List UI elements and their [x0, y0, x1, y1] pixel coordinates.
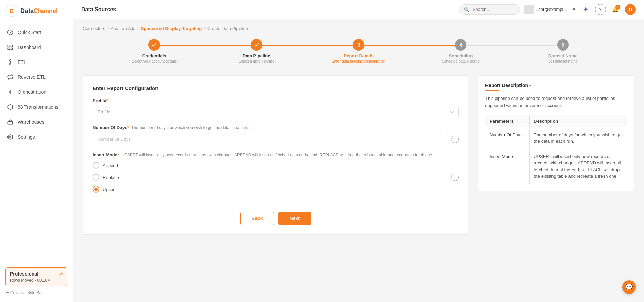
logo-text: DataChannel	[20, 7, 58, 15]
collapse-arrow-icon: ⊢	[5, 290, 9, 295]
form-section-title: Enter Report Configuration	[93, 85, 459, 91]
table-row: Insert Mode UPSERT will insert only new …	[485, 149, 627, 184]
radio-append-label: Append	[103, 163, 118, 168]
search-input[interactable]	[473, 7, 515, 12]
next-button[interactable]: Next	[278, 212, 311, 225]
radio-replace[interactable]: Replace	[93, 174, 119, 181]
sidebar-item-label: 88 Transformations	[18, 104, 59, 110]
plan-name-text: Professional	[10, 271, 38, 277]
step-label-5: Dataset Name	[548, 53, 578, 58]
insert-mode-label: Insert Mode*- UPSERT will insert only ne…	[93, 152, 459, 157]
breadcrumb-amazon-ads[interactable]: Amazon Ads	[111, 26, 135, 31]
sidebar: D DataChannel Quick Start Dashboard ETL	[0, 0, 73, 302]
sidebar-item-label: Dashboard	[18, 45, 41, 50]
chevron-down-icon: ▼	[572, 7, 576, 12]
number-of-days-label: Number Of Days*- The number of days for …	[93, 125, 459, 130]
svg-point-7	[10, 63, 11, 65]
replace-info-icon[interactable]: i	[451, 174, 459, 181]
breadcrumb-sponsored-display: Sponsored Display Targeting	[141, 26, 202, 31]
user-name: user@example.com	[536, 7, 570, 12]
user-info[interactable]: user@example.com ▼	[524, 5, 576, 14]
sparkle-button[interactable]: ✦	[580, 4, 591, 15]
svg-rect-2	[8, 45, 10, 47]
profile-select[interactable]: Profile	[93, 106, 459, 118]
number-of-days-info-icon[interactable]: i	[451, 136, 459, 143]
breadcrumb-sep-1: /	[107, 26, 109, 31]
sidebar-item-label: Reverse ETL	[18, 74, 46, 80]
sidebar-item-label: Settings	[18, 134, 35, 140]
radio-replace-label: Replace	[103, 175, 119, 180]
avatar[interactable]: D	[625, 4, 636, 15]
svg-rect-4	[8, 48, 10, 50]
table-cell-description: The number of days for which you wish to…	[530, 127, 627, 149]
sidebar-item-transformations[interactable]: 88 Transformations	[0, 100, 73, 114]
chat-icon: 💬	[625, 283, 633, 291]
step-5: 5 Dataset Name Set dataset name	[512, 39, 614, 63]
svg-rect-3	[11, 45, 13, 47]
radio-upsert[interactable]: Upsert	[93, 186, 459, 193]
report-desc-text: This pipeline can be used to request and…	[485, 95, 627, 109]
table-cell-param: Number Of Days	[485, 127, 530, 149]
radio-append-button[interactable]	[93, 162, 99, 169]
user-avatar-placeholder	[524, 5, 534, 14]
svg-rect-16	[8, 122, 13, 124]
report-desc-title: Report Description -	[485, 83, 627, 88]
step-sublabel-4: Schedule data pipeline	[442, 59, 480, 63]
breadcrumb-create-pipeline: Create Data Pipeline	[207, 26, 248, 31]
radio-upsert-label: Upsert	[103, 187, 116, 192]
search-icon: 🔍	[464, 7, 470, 12]
stepper: Credentials Select your account details …	[83, 39, 634, 63]
rocket-icon	[7, 29, 14, 36]
notification-button[interactable]: 🔔 3	[610, 4, 621, 15]
breadcrumb-sep-3: /	[204, 26, 205, 31]
number-of-days-input[interactable]	[93, 133, 448, 145]
insert-mode-replace-row: Replace i	[93, 174, 459, 181]
sidebar-item-reverse-etl[interactable]: Reverse ETL	[0, 70, 73, 85]
sidebar-item-label: Warehouses	[18, 119, 44, 125]
logo-icon: D	[5, 5, 18, 17]
form-wrapper: Enter Report Configuration Profile* Prof…	[83, 75, 634, 235]
plan-external-icon: ↗	[59, 271, 63, 277]
main-content: Data Sources 🔍 user@example.com ▼ ✦ ? 🔔 …	[73, 0, 644, 302]
help-button[interactable]: ?	[595, 4, 606, 15]
sidebar-item-quick-start[interactable]: Quick Start	[0, 25, 73, 40]
form-divider	[93, 201, 459, 201]
page-title: Data Sources	[81, 6, 116, 13]
svg-point-17	[10, 136, 11, 138]
step-circle-5: 5	[557, 39, 569, 51]
step-label-4: Scheduling	[449, 53, 473, 58]
step-3: 3 Report Details Enter data pipeline con…	[308, 39, 410, 63]
back-button[interactable]: Back	[240, 212, 274, 225]
logo: D DataChannel	[0, 0, 73, 22]
radio-append[interactable]: Append	[93, 162, 459, 169]
table-header-params: Parameters	[485, 115, 530, 127]
plan-rows: Rows Moved - 681.0M	[10, 278, 63, 283]
step-line-3	[359, 45, 461, 46]
transformations-icon	[7, 104, 14, 110]
svg-text:D: D	[10, 8, 14, 14]
sidebar-bottom: Professional ↗ Rows Moved - 681.0M ⊢ Col…	[0, 262, 73, 302]
sidebar-item-etl[interactable]: ETL	[0, 55, 73, 70]
step-circle-1	[148, 39, 160, 51]
etl-icon	[7, 59, 14, 66]
report-description-sidebar: Report Description - This pipeline can b…	[478, 75, 634, 235]
sidebar-nav: Quick Start Dashboard ETL Reverse ETL Or…	[0, 22, 73, 262]
breadcrumb-connectors[interactable]: Connectors	[83, 26, 105, 31]
sidebar-item-dashboard[interactable]: Dashboard	[0, 40, 73, 55]
step-label-1: Credentials	[142, 53, 166, 58]
sidebar-item-settings[interactable]: Settings	[0, 129, 73, 144]
radio-upsert-button[interactable]	[93, 186, 99, 193]
step-sublabel-3: Enter data pipeline configuration	[332, 59, 385, 63]
orchestration-icon	[7, 89, 14, 95]
collapse-label: Collapse Side Bar	[10, 290, 43, 295]
step-circle-3: 3	[353, 39, 364, 51]
collapse-sidebar-button[interactable]: ⊢ Collapse Side Bar	[5, 289, 67, 297]
table-row: Number Of Days The number of days for wh…	[485, 127, 627, 149]
sidebar-item-warehouses[interactable]: Warehouses	[0, 114, 73, 129]
sidebar-item-label: Orchestration	[18, 89, 46, 95]
chat-bubble-button[interactable]: 💬	[622, 280, 636, 294]
radio-replace-button[interactable]	[93, 174, 99, 181]
sidebar-item-orchestration[interactable]: Orchestration	[0, 85, 73, 100]
sidebar-item-label: ETL	[18, 59, 27, 65]
step-label-2: Data Pipeline	[243, 53, 270, 58]
